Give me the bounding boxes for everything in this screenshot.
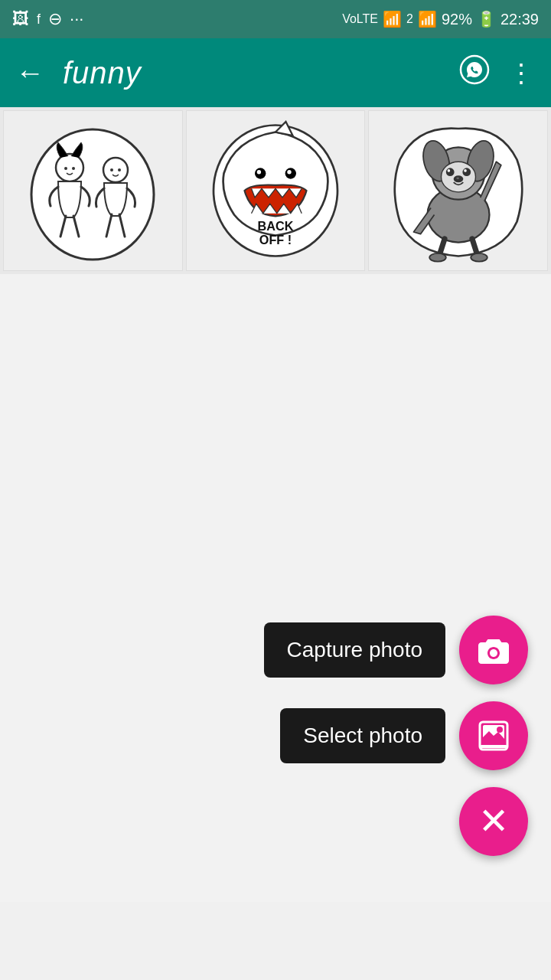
page-title: funny xyxy=(63,56,441,90)
svg-point-26 xyxy=(429,253,446,262)
back-button[interactable]: ← xyxy=(15,57,44,90)
svg-text:OFF !: OFF ! xyxy=(259,233,292,247)
select-photo-label[interactable]: Select photo xyxy=(280,708,445,763)
camera-icon xyxy=(477,633,510,667)
svg-point-6 xyxy=(110,168,113,172)
lte-icon: VoLTE xyxy=(342,12,378,26)
select-photo-row: Select photo xyxy=(280,701,528,770)
flipboard-status-icon: f xyxy=(37,11,41,28)
gallery-icon xyxy=(477,719,510,753)
sim-icon: 2 xyxy=(406,12,413,26)
whatsapp-icon[interactable] xyxy=(459,54,490,92)
select-photo-button[interactable] xyxy=(459,701,528,770)
more-vertical-icon[interactable]: ⋮ xyxy=(508,57,536,88)
fab-container: Capture photo Select photo xyxy=(264,616,528,856)
minus-status-icon: ⊖ xyxy=(48,9,62,29)
status-bar-right: VoLTE 📶 2 📶 92% 🔋 22:39 xyxy=(342,10,539,28)
svg-point-25 xyxy=(456,177,459,179)
svg-point-22 xyxy=(447,169,450,172)
svg-point-20 xyxy=(445,168,454,176)
svg-point-11 xyxy=(257,170,261,174)
capture-photo-button[interactable] xyxy=(459,616,528,684)
sticker-grid: BACK OFF ! xyxy=(0,107,551,274)
wifi-icon: 📶 xyxy=(383,10,402,28)
svg-point-21 xyxy=(462,168,471,176)
main-content: Capture photo Select photo xyxy=(0,274,551,902)
status-bar: 🖼 f ⊖ ··· VoLTE 📶 2 📶 92% 🔋 22:39 xyxy=(0,0,551,38)
svg-point-4 xyxy=(72,167,75,170)
svg-point-2 xyxy=(56,154,83,181)
more-status-icon: ··· xyxy=(70,9,83,29)
sumo-sticker-svg xyxy=(24,118,161,263)
status-bar-left: 🖼 f ⊖ ··· xyxy=(12,9,83,29)
battery-icon: 🔋 xyxy=(477,10,496,28)
close-fab-button[interactable]: ✕ xyxy=(459,787,528,856)
sticker-item-3[interactable] xyxy=(368,110,548,271)
close-icon: ✕ xyxy=(478,803,509,840)
signal-icon: 📶 xyxy=(418,10,437,28)
dog-sticker-svg xyxy=(390,118,527,263)
svg-point-5 xyxy=(103,158,128,182)
gallery-status-icon: 🖼 xyxy=(12,9,29,29)
svg-point-27 xyxy=(471,253,487,262)
svg-point-3 xyxy=(64,167,67,170)
svg-point-12 xyxy=(287,170,291,174)
sticker-item-1[interactable] xyxy=(3,110,183,271)
svg-point-30 xyxy=(497,727,503,733)
svg-point-23 xyxy=(464,169,467,172)
capture-photo-row: Capture photo xyxy=(264,616,528,684)
svg-text:BACK: BACK xyxy=(258,219,294,233)
time: 22:39 xyxy=(500,11,539,28)
shark-sticker-svg: BACK OFF ! xyxy=(207,118,344,263)
battery-text: 92% xyxy=(442,11,472,28)
nav-bar: ← funny ⋮ xyxy=(0,38,551,107)
sticker-item-2[interactable]: BACK OFF ! xyxy=(186,110,366,271)
capture-photo-label[interactable]: Capture photo xyxy=(264,622,445,678)
svg-rect-31 xyxy=(480,745,507,748)
svg-point-7 xyxy=(118,168,121,172)
